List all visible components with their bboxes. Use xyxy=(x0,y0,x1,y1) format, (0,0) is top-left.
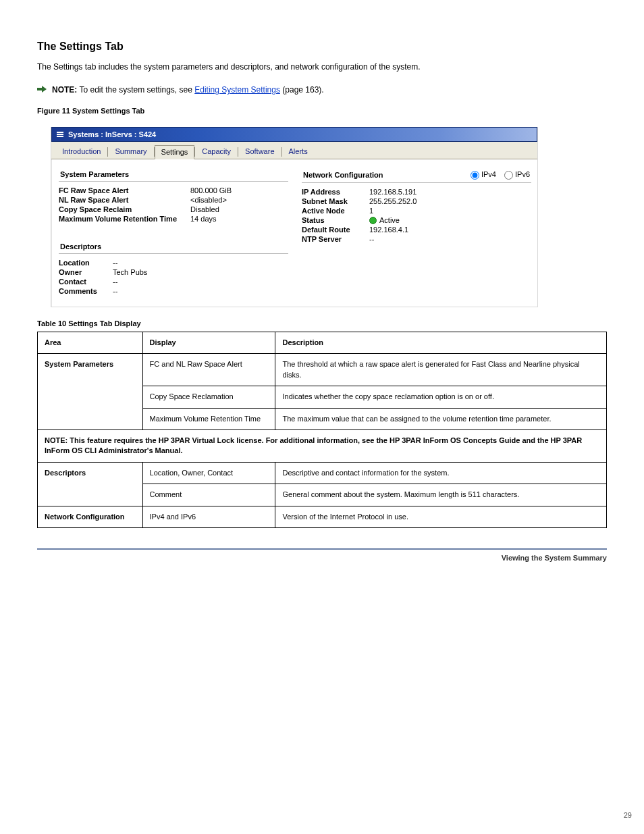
table-display: Location, Owner, Contact xyxy=(142,462,275,484)
tab-summary[interactable]: Summary xyxy=(108,145,153,159)
note-text-pre: To edit the system settings, see xyxy=(79,85,194,95)
net-value: -- xyxy=(369,235,374,243)
section-heading: The Settings Tab xyxy=(37,41,607,53)
status-dot-icon xyxy=(369,217,377,224)
note-text-post: (page 163). xyxy=(280,85,324,95)
table-display: Copy Space Reclamation xyxy=(142,386,275,408)
net-value: 1 xyxy=(369,207,373,215)
table-note: NOTE: This feature requires the HP 3PAR … xyxy=(38,429,607,462)
table-desc: The maximum value that can be assigned t… xyxy=(275,408,607,429)
svg-rect-3 xyxy=(57,134,63,135)
radio-ipv4-label: IPv4 xyxy=(481,170,496,178)
net-value: 192.168.4.1 xyxy=(369,226,408,234)
settings-panel: Systems : InServs : S424 IntroductionSum… xyxy=(51,127,538,307)
table-caption: Table 10 Settings Tab Display xyxy=(37,319,607,328)
sysparam-value: <disabled> xyxy=(190,196,227,204)
table-display: Comment xyxy=(142,484,275,506)
panel-titlebar: Systems : InServs : S424 xyxy=(51,127,537,142)
table-area: Descriptors xyxy=(38,462,143,506)
table-desc: Indicates whether the copy space reclama… xyxy=(275,386,607,408)
tab-software[interactable]: Software xyxy=(238,145,281,159)
th-display: Display xyxy=(142,332,275,354)
figure-caption: Figure 11 System Settings Tab xyxy=(37,107,607,115)
descriptor-value: Tech Pubs xyxy=(113,268,147,276)
arrow-right-icon xyxy=(37,84,47,94)
net-value: Active xyxy=(369,216,400,225)
descriptor-label: Comments xyxy=(59,287,113,295)
descriptor-value: -- xyxy=(113,259,117,267)
intro-text: The Settings tab includes the system par… xyxy=(37,61,607,73)
sysparam-label: FC Raw Space Alert xyxy=(59,186,190,194)
tabs-bar: IntroductionSummarySettingsCapacitySoftw… xyxy=(51,142,537,159)
sysparam-label: NL Raw Space Alert xyxy=(59,196,190,204)
sysparam-value: Disabled xyxy=(190,205,219,213)
table-display: Maximum Volume Retention Time xyxy=(142,408,275,429)
footer-rule xyxy=(37,548,607,550)
tab-introduction[interactable]: Introduction xyxy=(55,145,107,159)
table-desc: The threshold at which a raw space alert… xyxy=(275,354,607,386)
table-desc: General comment about the system. Maximu… xyxy=(275,484,607,506)
sysparam-value: 800.000 GiB xyxy=(190,186,232,194)
table-desc: Version of the Internet Protocol in use. xyxy=(275,506,607,527)
net-label: IP Address xyxy=(302,188,369,196)
descriptors-heading: Descriptors xyxy=(59,240,288,254)
net-label: NTP Server xyxy=(302,235,369,243)
net-value: 255.255.252.0 xyxy=(369,197,417,205)
tab-settings[interactable]: Settings xyxy=(155,145,195,159)
sys-params-heading: System Parameters xyxy=(59,167,288,182)
svg-rect-4 xyxy=(57,136,63,137)
svg-rect-0 xyxy=(37,88,42,90)
table-display: FC and NL Raw Space Alert xyxy=(142,354,275,386)
menu-icon xyxy=(56,130,64,138)
radio-ipv6-label: IPv6 xyxy=(515,170,530,178)
th-area: Area xyxy=(38,332,143,354)
net-label: Active Node xyxy=(302,207,369,215)
note-link[interactable]: Editing System Settings xyxy=(194,85,280,95)
svg-rect-2 xyxy=(57,132,63,133)
net-label: Status xyxy=(302,216,369,225)
tab-capacity[interactable]: Capacity xyxy=(195,145,238,159)
settings-description-table: Area Display Description System Paramete… xyxy=(37,332,607,528)
panel-title: Systems : InServs : S424 xyxy=(68,130,156,138)
tab-alerts[interactable]: Alerts xyxy=(282,145,315,159)
descriptor-value: -- xyxy=(113,278,117,286)
ip-version-radios: IPv4 IPv6 xyxy=(471,170,530,180)
page-number: 29 xyxy=(624,811,632,819)
netcfg-heading: Network Configuration xyxy=(303,171,383,179)
radio-ipv4[interactable]: IPv4 xyxy=(471,170,496,180)
net-label: Subnet Mask xyxy=(302,197,369,205)
descriptor-label: Location xyxy=(59,259,113,267)
net-label: Default Route xyxy=(302,226,369,234)
descriptor-value: -- xyxy=(113,287,117,295)
note-label: NOTE: xyxy=(52,85,77,95)
sysparam-label: Copy Space Reclaim xyxy=(59,205,190,213)
descriptor-label: Owner xyxy=(59,268,113,276)
sysparam-value: 14 days xyxy=(190,215,217,223)
note-line: NOTE: To edit the system settings, see E… xyxy=(37,84,607,96)
table-desc: Descriptive and contact information for … xyxy=(275,462,607,484)
table-area: System Parameters xyxy=(38,354,143,430)
net-value: 192.168.5.191 xyxy=(369,188,417,196)
radio-ipv6[interactable]: IPv6 xyxy=(504,170,530,180)
footer-text: Viewing the System Summary xyxy=(37,554,607,562)
th-description: Description xyxy=(275,332,607,354)
sysparam-label: Maximum Volume Retention Time xyxy=(59,215,190,223)
table-area: Network Configuration xyxy=(38,506,143,527)
table-display: IPv4 and IPv6 xyxy=(142,506,275,527)
svg-marker-1 xyxy=(42,86,47,93)
descriptor-label: Contact xyxy=(59,278,113,286)
